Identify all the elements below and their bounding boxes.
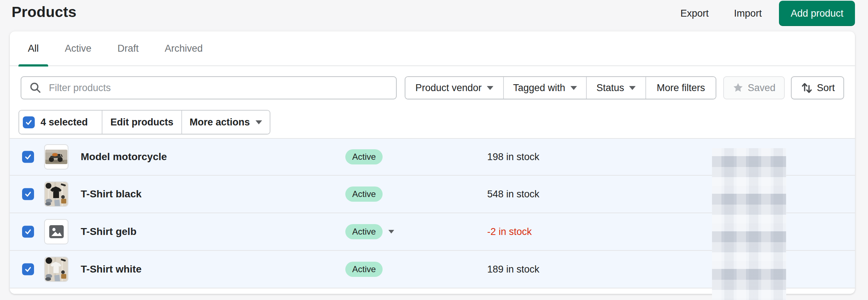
select-all-checkbox[interactable]: [23, 116, 35, 128]
caret-down-icon: [256, 120, 262, 124]
caret-down-icon: [487, 86, 493, 90]
row-checkbox[interactable]: [22, 226, 34, 238]
product-thumbnail-white-tshirt: [44, 257, 68, 282]
product-inventory: 189 in stock: [487, 264, 539, 275]
filter-button-group: Product vendor Tagged with Status More f…: [405, 76, 716, 99]
more-filters-button[interactable]: More filters: [645, 77, 716, 99]
check-icon: [25, 119, 33, 126]
more-actions-button[interactable]: More actions: [181, 111, 270, 134]
tab-all[interactable]: All: [18, 31, 48, 66]
row-checkbox[interactable]: [22, 263, 34, 275]
select-all-toggle[interactable]: 4 selected: [19, 111, 102, 134]
edit-products-button[interactable]: Edit products: [102, 111, 181, 134]
search-box[interactable]: [21, 76, 397, 99]
product-thumbnail-motorcycle: [44, 144, 68, 170]
status-badge: Active: [345, 262, 383, 277]
status-badge: Active: [345, 149, 383, 164]
import-button[interactable]: Import: [726, 4, 770, 23]
tab-archived[interactable]: Archived: [155, 31, 212, 66]
status-caret-down-icon[interactable]: [388, 230, 394, 233]
check-icon: [24, 190, 32, 198]
product-row-tshirt-black[interactable]: T-Shirt black Active 548 in stock: [10, 176, 855, 213]
products-table: Model motorcycle Active 198 in stock: [10, 138, 855, 288]
check-icon: [24, 228, 32, 236]
image-placeholder-icon: [44, 219, 68, 244]
check-icon: [24, 266, 32, 273]
filter-bar: Product vendor Tagged with Status More f…: [10, 66, 855, 110]
status-filter-button[interactable]: Status: [586, 77, 645, 99]
add-product-button[interactable]: Add product: [779, 1, 855, 26]
product-row-tshirt-white[interactable]: T-Shirt white Active 189 in stock: [10, 251, 855, 288]
row-checkbox[interactable]: [22, 188, 34, 200]
tagged-with-filter-button[interactable]: Tagged with: [503, 77, 586, 99]
search-icon: [29, 82, 42, 94]
product-name[interactable]: T-Shirt white: [81, 263, 142, 275]
tab-active[interactable]: Active: [55, 31, 101, 66]
status-badge: Active: [345, 224, 383, 239]
status-badge: Active: [345, 187, 383, 202]
sort-arrows-icon: [800, 81, 813, 94]
product-inventory: 198 in stock: [487, 151, 539, 163]
product-name[interactable]: T-Shirt black: [81, 188, 142, 200]
product-status-cell: Active: [345, 149, 383, 164]
bulk-actions-bar: 4 selected Edit products More actions: [10, 110, 855, 138]
product-vendor-filter-button[interactable]: Product vendor: [405, 77, 503, 99]
tab-draft[interactable]: Draft: [108, 31, 148, 66]
star-icon: [733, 82, 743, 93]
sort-button[interactable]: Sort: [791, 76, 844, 99]
bulk-actions-group: 4 selected Edit products More actions: [18, 110, 270, 134]
product-status-cell: Active: [345, 187, 383, 202]
row-checkbox[interactable]: [22, 151, 34, 163]
tabs-bar: All Active Draft Archived: [10, 31, 855, 66]
products-card: All Active Draft Archived Product vendor: [10, 31, 855, 294]
check-icon: [24, 153, 32, 161]
product-status-cell: Active: [345, 262, 383, 277]
saved-filters-button[interactable]: Saved: [723, 76, 785, 99]
caret-down-icon: [629, 86, 636, 90]
page-actions: Export Import Add product: [673, 0, 855, 27]
product-name[interactable]: Model motorcycle: [81, 151, 167, 163]
search-input[interactable]: [49, 82, 375, 94]
product-row-tshirt-gelb[interactable]: T-Shirt gelb Active -2 in stock: [10, 213, 855, 251]
product-thumbnail-black-tshirt: [44, 181, 68, 207]
product-name[interactable]: T-Shirt gelb: [81, 226, 136, 237]
product-inventory: -2 in stock: [487, 226, 532, 237]
product-inventory: 548 in stock: [487, 189, 539, 200]
product-row-model-motorcycle[interactable]: Model motorcycle Active 198 in stock: [10, 138, 855, 176]
top-bar: Products Export Import Add product: [0, 0, 868, 31]
caret-down-icon: [570, 86, 577, 90]
product-status-cell: Active: [345, 224, 394, 239]
page-title: Products: [12, 4, 76, 21]
export-button[interactable]: Export: [673, 4, 717, 23]
